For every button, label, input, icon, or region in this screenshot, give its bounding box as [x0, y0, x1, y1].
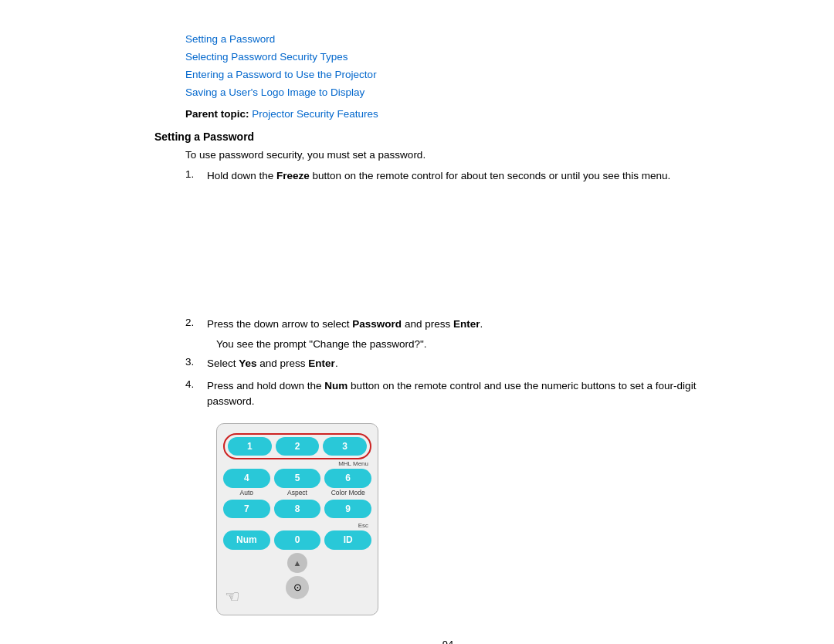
step-2-text: Press the down arrow to select Password …: [207, 317, 741, 332]
key-3: 3: [323, 437, 367, 456]
step-1-num: 1.: [185, 168, 201, 180]
label-colormode: Color Mode: [324, 489, 371, 497]
link-saving-logo[interactable]: Saving a User's Logo Image to Display: [185, 84, 741, 102]
step-3-text: Select Yes and press Enter.: [207, 356, 741, 371]
link-selecting-password[interactable]: Selecting Password Security Types: [185, 49, 741, 66]
mhl-label: MHL Menu: [223, 460, 371, 467]
row2-labels: Auto Aspect Color Mode: [223, 489, 371, 497]
steps-list-3-4: 3. Select Yes and press Enter. 4. Press …: [185, 356, 741, 409]
step-2-sub: You see the prompt "Change the password?…: [216, 338, 741, 350]
intro-text: To use password security, you must set a…: [185, 149, 741, 161]
page: Setting a Password Selecting Password Se…: [0, 0, 834, 644]
hand-icon: ☜: [225, 587, 240, 607]
step-4-num: 4.: [185, 378, 201, 390]
link-setting-password[interactable]: Setting a Password: [185, 31, 741, 49]
parent-topic-link[interactable]: Projector Security Features: [252, 108, 378, 120]
step-1-text: Hold down the Freeze button on the remot…: [207, 168, 741, 184]
label-auto: Auto: [223, 489, 270, 497]
step-4-text: Press and hold down the Num button on th…: [207, 378, 741, 410]
page-number: 94: [154, 639, 741, 644]
remote-control: 1 2 3 MHL Menu 4 5 6 Auto Aspect Color M…: [216, 423, 378, 615]
parent-topic: Parent topic: Projector Security Feature…: [185, 108, 741, 120]
step1-image-space: [154, 190, 741, 314]
nav-up-button: ▲: [287, 553, 307, 573]
key-4: 4: [223, 469, 270, 487]
steps-list: 1. Hold down the Freeze button on the re…: [185, 168, 741, 184]
step-4: 4. Press and hold down the Num button on…: [185, 378, 741, 410]
nav-row: ▲: [223, 553, 371, 573]
keypad-row1: 1 2 3: [223, 433, 371, 459]
step-3-num: 3.: [185, 356, 201, 368]
key-5: 5: [274, 469, 321, 487]
step-1: 1. Hold down the Freeze button on the re…: [185, 168, 741, 184]
key-0: 0: [274, 530, 321, 549]
key-1: 1: [228, 437, 272, 456]
keypad-row2: 4 5 6: [223, 469, 371, 487]
step-2: 2. Press the down arrow to select Passwo…: [185, 317, 741, 332]
key-num: Num: [223, 530, 270, 549]
step-3: 3. Select Yes and press Enter.: [185, 356, 741, 371]
keypad-image: 1 2 3 MHL Menu 4 5 6 Auto Aspect Color M…: [216, 423, 741, 615]
keypad-row3: 7 8 9: [223, 500, 371, 518]
link-entering-password[interactable]: Entering a Password to Use the Projector: [185, 66, 741, 84]
key-7: 7: [223, 500, 270, 518]
key-6: 6: [324, 469, 371, 487]
step-2-num: 2.: [185, 317, 201, 328]
section-title: Setting a Password: [154, 130, 741, 143]
toc-links: Setting a Password Selecting Password Se…: [185, 31, 741, 102]
key-9: 9: [324, 500, 371, 518]
label-aspect: Aspect: [274, 489, 321, 497]
key-2: 2: [276, 437, 320, 456]
key-8: 8: [274, 500, 321, 518]
steps-list-continued: 2. Press the down arrow to select Passwo…: [185, 317, 741, 332]
key-id: ID: [324, 530, 371, 549]
esc-label: Esc: [223, 522, 371, 529]
keypad-row4: Num 0 ID: [223, 530, 371, 549]
parent-topic-label: Parent topic:: [185, 108, 249, 120]
nav-enter-button: ⊙: [286, 576, 309, 599]
